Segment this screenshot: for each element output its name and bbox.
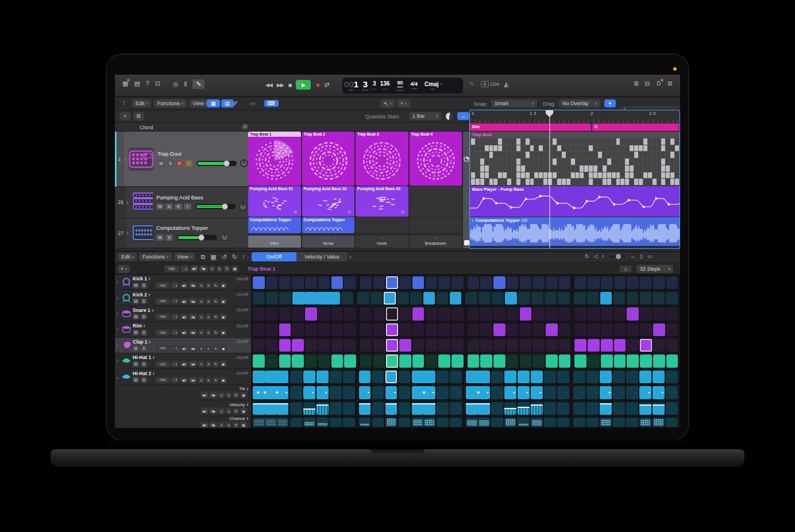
stepper-control[interactable]: ▴▾ (176, 331, 177, 334)
chance-step-20[interactable] (504, 418, 516, 427)
step-27-off[interactable] (601, 323, 613, 336)
seq-add-row-button[interactable]: +▾ (118, 265, 130, 273)
stepper-control[interactable]: ▴▾ (153, 356, 154, 359)
step-7-on[interactable] (331, 354, 344, 367)
randomize-button[interactable]: ↻ (223, 265, 230, 272)
tie-step-25[interactable]: ▸ (573, 386, 585, 399)
row-m-button[interactable]: M (133, 298, 139, 304)
step-24-off[interactable] (559, 307, 571, 320)
step-20-off[interactable] (507, 354, 519, 367)
row-s-button[interactable]: S (141, 361, 147, 367)
velocity-step-22[interactable] (531, 402, 543, 415)
step-1-off[interactable] (253, 339, 265, 352)
sub-down-button[interactable]: ∨ (218, 408, 224, 414)
velocity-step-4[interactable] (290, 402, 302, 415)
tuner-icon[interactable]: ◎ (173, 81, 179, 87)
tie-step-6[interactable]: ▸ (317, 386, 329, 399)
step-20-on[interactable] (505, 292, 517, 304)
track-icon-box[interactable] (129, 148, 154, 171)
step-23-off[interactable] (545, 292, 557, 304)
step-30-on[interactable] (640, 354, 652, 367)
stepper-control[interactable]: ▴▾ (153, 372, 154, 375)
row-m-button[interactable]: M (133, 377, 139, 383)
row-octave-down-button[interactable]: ∨ (198, 282, 204, 288)
chance-step-12[interactable] (399, 418, 411, 427)
row-m-button[interactable]: M (133, 330, 139, 336)
row-nudge-left-button[interactable]: ◀0 (180, 298, 188, 304)
step-17-off[interactable] (468, 276, 480, 289)
row-nudge-right-button[interactable]: 0▶ (189, 282, 197, 288)
step-13-on[interactable] (412, 354, 424, 367)
track-s-button[interactable]: S (167, 160, 174, 167)
row-randomize-button[interactable]: ↻ (213, 361, 219, 367)
volume-slider[interactable] (196, 161, 237, 166)
row-header[interactable]: ›Rim▴▾On/OffMS/16▴▾→▴▾◀00▶∨∧↻▣ (115, 322, 251, 337)
velocity-step-23[interactable] (544, 402, 556, 415)
auto-zoom-button[interactable]: ↔ (457, 112, 469, 120)
track-s-button[interactable]: S (165, 234, 173, 241)
row-division-dropdown[interactable]: /16▴▾ (156, 282, 169, 288)
step-32-on[interactable] (666, 354, 678, 367)
step-9-on[interactable] (359, 371, 371, 383)
step-31-on[interactable] (653, 354, 665, 367)
velocity-step-14[interactable] (423, 402, 435, 415)
step-15-on[interactable] (438, 354, 450, 367)
stepper-control[interactable]: ▴▾ (176, 315, 177, 318)
track-header-26[interactable]: 26›Pumping Acid BassMSRI (115, 187, 248, 218)
chance-step-23[interactable] (544, 418, 556, 427)
loop-cell[interactable]: Pumping Acid Bass 03↻ (356, 186, 408, 217)
tie-step-29[interactable]: ▸ (626, 386, 638, 399)
disclosure-arrow-icon[interactable]: › (115, 306, 120, 321)
chance-step-4[interactable] (290, 418, 302, 427)
row-octave-up-button[interactable]: ∧ (206, 345, 211, 352)
chance-step-22[interactable] (531, 418, 543, 427)
chance-step-15[interactable] (437, 418, 449, 427)
step-2-off[interactable] (266, 339, 278, 352)
project-icon[interactable]: ▦ (122, 80, 128, 87)
maximize-icon[interactable]: ▭ (647, 254, 653, 259)
rotate-left-icon[interactable]: ↺ (222, 254, 227, 260)
step-18-off[interactable] (480, 276, 492, 289)
row-nudge-right-button[interactable]: 0▶ (189, 314, 197, 320)
chance-step-30[interactable] (639, 418, 651, 427)
tie-step-8[interactable]: ▸ (343, 386, 355, 399)
step-26-off[interactable] (586, 371, 599, 383)
pan-knob[interactable] (239, 203, 247, 211)
step-27-on[interactable] (600, 292, 612, 304)
disclosure-arrow-icon[interactable]: ⌄ (115, 369, 120, 384)
sub-up-button[interactable]: ∧ (226, 422, 231, 428)
track-i-button[interactable]: I (184, 203, 191, 210)
row-end-button[interactable]: ▣ (220, 377, 227, 383)
loop-cell[interactable]: Computations Topper (248, 217, 301, 233)
note-pads-icon[interactable]: ⊟ (645, 80, 650, 87)
row-header[interactable]: ›Kick 1▴▾On/OffMS/16▴▾→▴▾◀00▶∨∧↻▣ (115, 275, 251, 290)
row-end-button[interactable]: ▣ (220, 345, 227, 352)
step-24-off[interactable] (559, 339, 571, 352)
step-25-on[interactable] (574, 339, 586, 352)
tie-step-11[interactable]: ▸ (385, 386, 398, 399)
step-24-off[interactable] (559, 323, 571, 336)
step-22-off[interactable] (531, 292, 543, 304)
stepper-control[interactable]: ▴▾ (247, 403, 248, 406)
pan-knob[interactable] (221, 233, 229, 241)
step-31-off[interactable] (653, 292, 665, 304)
velocity-step-25[interactable] (573, 402, 585, 415)
row-octave-down-button[interactable]: ∨ (198, 329, 204, 336)
step-3-on[interactable] (279, 323, 291, 336)
velocity-step-32[interactable] (666, 402, 678, 415)
octave-up-button[interactable]: ∧ (217, 265, 223, 272)
disclosure-arrow-icon[interactable]: › (115, 275, 120, 290)
step-26-on[interactable] (588, 339, 600, 352)
stepper-control[interactable]: ▴▾ (247, 417, 248, 420)
step-17-off[interactable] (468, 307, 480, 320)
step-8-off[interactable] (344, 276, 356, 289)
refresh-icon[interactable]: ↻ (585, 254, 589, 259)
tie-step-7[interactable]: ▸ (330, 386, 342, 399)
volume-knob[interactable] (198, 234, 204, 241)
pencil-icon[interactable]: ✎ (192, 79, 204, 89)
row-division-dropdown[interactable]: /16▴▾ (156, 329, 169, 336)
velocity-step-9[interactable] (359, 402, 371, 415)
disclosure-arrow-icon[interactable]: › (126, 187, 132, 218)
step-21-off[interactable] (520, 339, 532, 352)
step-21-off[interactable] (518, 292, 530, 304)
